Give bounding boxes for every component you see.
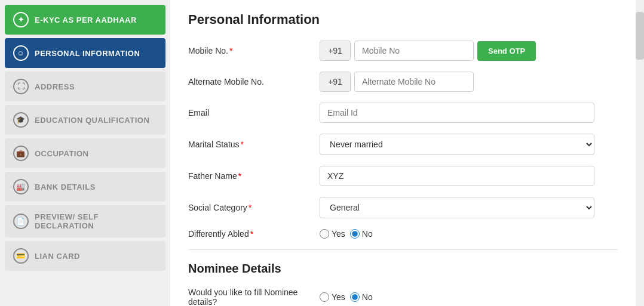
email-input[interactable] <box>320 103 594 123</box>
sidebar-item-lian-label: LIAN CARD <box>35 252 80 261</box>
nominee-controls: Yes No <box>320 292 618 302</box>
alt-mobile-label: Alternate Mobile No. <box>188 77 320 86</box>
email-controls <box>320 103 618 123</box>
map-icon: ⛶ <box>13 79 29 94</box>
nominee-section-title: Nominee Details <box>188 262 618 276</box>
mobile-row: Mobile No.* +91 Send OTP <box>188 41 618 61</box>
nominee-radio-group: Yes No <box>320 292 373 302</box>
send-otp-button[interactable]: Send OTP <box>477 41 536 61</box>
sidebar-item-ekyc-label: E-KYC AS PER AADHAAR <box>35 16 137 24</box>
social-category-controls: General OBC SC ST <box>320 197 618 218</box>
mobile-label: Mobile No.* <box>188 46 320 55</box>
card-icon: 💳 <box>13 248 29 264</box>
father-name-label: Father Name* <box>188 171 320 181</box>
sidebar-item-occupation-label: OCCUPATION <box>35 149 88 158</box>
social-category-label: Social Category* <box>188 203 320 212</box>
sidebar-item-occupation[interactable]: 💼 OCCUPATION <box>5 138 165 168</box>
nominee-question-label: Would you like to fill Nominee details? <box>188 288 320 306</box>
sidebar: ✦ E-KYC AS PER AADHAAR ☺ PERSONAL INFORM… <box>0 0 170 306</box>
person-icon: ☺ <box>13 45 29 61</box>
scrollbar-thumb[interactable] <box>636 12 644 60</box>
differently-abled-controls: Yes No <box>320 229 618 239</box>
sidebar-item-education-label: EDUCATION QUALIFICATION <box>35 116 149 125</box>
sidebar-item-personal[interactable]: ☺ PERSONAL INFORMATION <box>5 38 165 68</box>
sidebar-item-education[interactable]: 🎓 EDUCATION QUALIFICATION <box>5 105 165 135</box>
sidebar-item-preview-label: PREVIEW/ SELF DECLARATION <box>35 212 157 230</box>
mobile-controls: +91 Send OTP <box>320 41 618 61</box>
alt-mobile-row: Alternate Mobile No. +91 <box>188 72 618 92</box>
section-divider <box>188 249 618 250</box>
sidebar-item-bank[interactable]: 🏭 BANK DETAILS <box>5 172 165 202</box>
email-label: Email <box>188 108 320 118</box>
nominee-no-radio[interactable] <box>350 292 360 302</box>
sidebar-item-ekyc[interactable]: ✦ E-KYC AS PER AADHAAR <box>5 5 165 35</box>
bank-icon: 🏭 <box>13 179 29 194</box>
fingerprint-icon: ✦ <box>13 12 29 27</box>
marital-status-label: Marital Status* <box>188 140 320 149</box>
sidebar-item-address-label: ADDRESS <box>35 82 75 91</box>
main-content: Personal Information Mobile No.* +91 Sen… <box>170 0 636 306</box>
differently-abled-row: Differently Abled* Yes No <box>188 229 618 239</box>
sidebar-item-preview[interactable]: 📄 PREVIEW/ SELF DECLARATION <box>5 205 165 237</box>
nominee-yes-label[interactable]: Yes <box>320 292 345 302</box>
alt-mobile-input[interactable] <box>354 72 474 92</box>
social-category-select[interactable]: General OBC SC ST <box>320 197 594 218</box>
sidebar-item-address[interactable]: ⛶ ADDRESS <box>5 72 165 101</box>
scrollbar[interactable] <box>636 0 644 306</box>
mobile-input[interactable] <box>354 41 474 61</box>
nominee-question-row: Would you like to fill Nominee details? … <box>188 288 618 306</box>
father-name-input[interactable] <box>320 166 594 186</box>
graduation-icon: 🎓 <box>13 112 29 128</box>
alt-mobile-prefix: +91 <box>320 72 351 92</box>
sidebar-item-bank-label: BANK DETAILS <box>35 183 96 191</box>
email-row: Email <box>188 103 618 123</box>
sidebar-item-personal-label: PERSONAL INFORMATION <box>35 49 140 58</box>
differently-abled-radio-group: Yes No <box>320 229 373 239</box>
differently-abled-yes-radio[interactable] <box>320 229 329 239</box>
father-name-controls <box>320 166 618 186</box>
page-title: Personal Information <box>188 12 618 27</box>
social-category-row: Social Category* General OBC SC ST <box>188 197 618 218</box>
alt-mobile-controls: +91 <box>320 72 618 92</box>
differently-abled-no-label[interactable]: No <box>350 229 373 239</box>
mobile-prefix: +91 <box>320 41 351 61</box>
marital-status-select[interactable]: Never married Married Divorced Widowed <box>320 134 594 155</box>
father-name-row: Father Name* <box>188 166 618 186</box>
nominee-yes-radio[interactable] <box>320 292 329 302</box>
sidebar-item-lian[interactable]: 💳 LIAN CARD <box>5 241 165 271</box>
differently-abled-no-radio[interactable] <box>350 229 360 239</box>
differently-abled-yes-label[interactable]: Yes <box>320 229 345 239</box>
briefcase-icon: 💼 <box>13 146 29 161</box>
doc-icon: 📄 <box>13 214 29 229</box>
marital-status-controls: Never married Married Divorced Widowed <box>320 134 618 155</box>
nominee-no-label[interactable]: No <box>350 292 373 302</box>
differently-abled-label: Differently Abled* <box>188 229 320 239</box>
marital-status-row: Marital Status* Never married Married Di… <box>188 134 618 155</box>
